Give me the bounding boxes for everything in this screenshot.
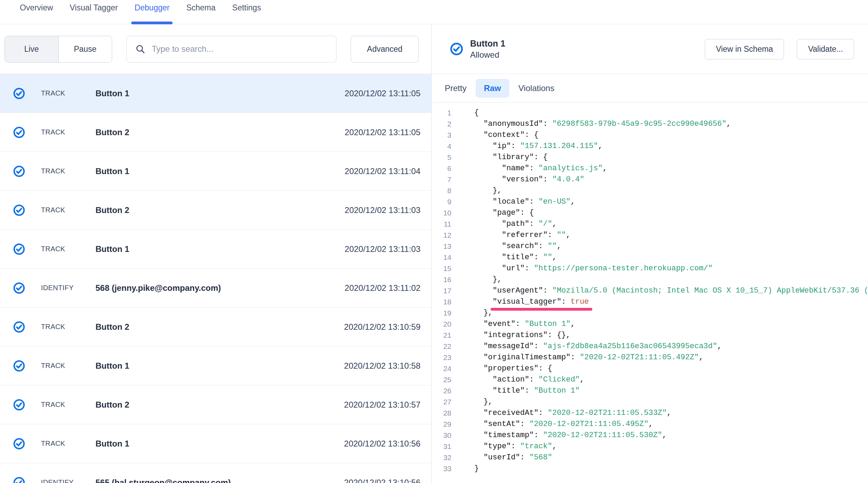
line-number: 6 bbox=[432, 163, 451, 174]
check-circle-icon bbox=[13, 204, 25, 216]
line-number: 13 bbox=[432, 241, 451, 252]
line-content: "path": "/", bbox=[474, 219, 557, 230]
validate-button[interactable]: Validate... bbox=[797, 39, 854, 59]
nav-item-overview[interactable]: Overview bbox=[20, 0, 53, 24]
line-number: 18 bbox=[432, 296, 451, 308]
event-type: TRACK bbox=[41, 167, 95, 175]
detail-header-buttons: View in Schema Validate... bbox=[705, 39, 854, 59]
code-line: 18 "visual_tagger": true bbox=[432, 296, 868, 308]
event-type: TRACK bbox=[41, 89, 95, 97]
event-type: TRACK bbox=[41, 362, 95, 370]
nav-item-schema[interactable]: Schema bbox=[186, 0, 215, 24]
event-name: Button 1 bbox=[95, 439, 344, 449]
check-circle-icon bbox=[13, 399, 25, 411]
main: Live Pause Advanced TRACK Button 1 2020/… bbox=[0, 24, 868, 483]
event-name: Button 2 bbox=[95, 322, 344, 332]
event-type: TRACK bbox=[41, 128, 95, 136]
line-content: "sentAt": "2020-12-02T21:11:05.495Z", bbox=[474, 419, 653, 430]
line-number: 1 bbox=[432, 107, 451, 118]
highlighted-code: "visual_tagger": true bbox=[493, 296, 589, 308]
event-row[interactable]: TRACK Button 1 2020/12/02 13:11:03 bbox=[0, 230, 431, 269]
line-content: "page": { bbox=[474, 207, 534, 219]
detail-titles: Button 1 Allowed bbox=[470, 38, 505, 60]
event-name: 568 (jenny.pike@company.com) bbox=[95, 283, 345, 293]
nav-item-settings[interactable]: Settings bbox=[232, 0, 261, 24]
line-number: 21 bbox=[432, 330, 451, 341]
code-line: 33 } bbox=[432, 463, 868, 474]
check-circle-icon bbox=[13, 282, 25, 294]
line-number: 11 bbox=[432, 219, 451, 230]
line-number: 16 bbox=[432, 274, 451, 285]
code-line: 32 "userId": "568" bbox=[432, 452, 868, 463]
nav-item-visual-tagger[interactable]: Visual Tagger bbox=[70, 0, 118, 24]
check-circle-icon bbox=[13, 437, 25, 450]
line-content: "context": { bbox=[474, 130, 539, 141]
check-circle-icon bbox=[13, 165, 25, 178]
line-number: 15 bbox=[432, 263, 451, 274]
code-line: 22 "messageId": "ajs-f2db8ea4a25b116e3ac… bbox=[432, 341, 868, 352]
line-number: 30 bbox=[432, 430, 451, 441]
event-row[interactable]: TRACK Button 2 2020/12/02 13:10:59 bbox=[0, 308, 431, 346]
nav-item-label: Schema bbox=[186, 3, 215, 13]
check-circle-icon bbox=[13, 126, 25, 139]
code-line: 27 }, bbox=[432, 396, 868, 408]
line-number: 23 bbox=[432, 352, 451, 363]
check-circle-icon bbox=[450, 42, 464, 56]
tab-pretty[interactable]: Pretty bbox=[436, 79, 475, 98]
nav-item-debugger[interactable]: Debugger bbox=[134, 0, 169, 24]
line-content: "title": "Button 1" bbox=[474, 385, 580, 396]
event-name: Button 2 bbox=[95, 400, 344, 410]
event-row[interactable]: TRACK Button 1 2020/12/02 13:10:56 bbox=[0, 424, 431, 463]
event-detail-panel: Button 1 Allowed View in Schema Validate… bbox=[432, 24, 868, 483]
detail-status: Allowed bbox=[470, 49, 505, 60]
line-content: }, bbox=[474, 308, 493, 319]
line-number: 31 bbox=[432, 441, 451, 452]
live-button[interactable]: Live bbox=[5, 36, 58, 62]
event-timestamp: 2020/12/02 13:10:57 bbox=[344, 400, 420, 410]
code-line: 3 "context": { bbox=[432, 130, 868, 141]
line-content: "name": "analytics.js", bbox=[474, 163, 607, 174]
line-number: 7 bbox=[432, 174, 451, 185]
event-type: TRACK bbox=[41, 401, 95, 409]
code-line: 25 "action": "Clicked", bbox=[432, 374, 868, 385]
event-timestamp: 2020/12/02 13:11:02 bbox=[345, 283, 420, 293]
event-timestamp: 2020/12/02 13:11:03 bbox=[345, 205, 420, 215]
event-type: TRACK bbox=[41, 245, 95, 253]
event-timestamp: 2020/12/02 13:11:04 bbox=[345, 166, 420, 176]
event-row[interactable]: TRACK Button 1 2020/12/02 13:11:05 bbox=[0, 74, 431, 113]
code-line: 24 "properties": { bbox=[432, 363, 868, 374]
detail-tabs: PrettyRawViolations bbox=[432, 74, 868, 103]
tab-raw[interactable]: Raw bbox=[476, 79, 509, 98]
code-line: 1 { bbox=[432, 107, 868, 118]
code-line: 20 "event": "Button 1", bbox=[432, 319, 868, 330]
event-row[interactable]: TRACK Button 1 2020/12/02 13:10:58 bbox=[0, 346, 431, 385]
tab-violations[interactable]: Violations bbox=[510, 79, 563, 98]
code-line: 30 "timestamp": "2020-12-02T21:11:05.530… bbox=[432, 430, 868, 441]
detail-event-title: Button 1 bbox=[470, 38, 505, 49]
view-in-schema-button[interactable]: View in Schema bbox=[705, 39, 784, 59]
line-content: } bbox=[474, 463, 479, 474]
search-input[interactable] bbox=[152, 44, 328, 54]
event-name: 565 (hal.sturgeon@company.com) bbox=[95, 478, 344, 483]
event-row[interactable]: IDENTIFY 568 (jenny.pike@company.com) 20… bbox=[0, 269, 431, 308]
code-line: 8 }, bbox=[432, 185, 868, 196]
advanced-button[interactable]: Advanced bbox=[351, 36, 419, 63]
code-line: 11 "path": "/", bbox=[432, 219, 868, 230]
code-line: 31 "type": "track", bbox=[432, 441, 868, 452]
code-line: 21 "integrations": {}, bbox=[432, 330, 868, 341]
line-number: 19 bbox=[432, 308, 451, 319]
line-number: 28 bbox=[432, 408, 451, 419]
event-row[interactable]: IDENTIFY 565 (hal.sturgeon@company.com) … bbox=[0, 463, 431, 483]
pause-button[interactable]: Pause bbox=[58, 36, 112, 62]
detail-header: Button 1 Allowed View in Schema Validate… bbox=[432, 24, 868, 74]
event-row[interactable]: TRACK Button 2 2020/12/02 13:11:05 bbox=[0, 113, 431, 152]
event-row[interactable]: TRACK Button 1 2020/12/02 13:11:04 bbox=[0, 152, 431, 191]
line-number: 3 bbox=[432, 130, 451, 141]
line-content: "timestamp": "2020-12-02T21:11:05.530Z", bbox=[474, 430, 667, 441]
event-row[interactable]: TRACK Button 2 2020/12/02 13:10:57 bbox=[0, 385, 431, 424]
event-type: TRACK bbox=[41, 323, 95, 331]
check-circle-icon bbox=[13, 87, 25, 100]
line-content: "title": "", bbox=[474, 252, 557, 263]
code-line: 29 "sentAt": "2020-12-02T21:11:05.495Z", bbox=[432, 419, 868, 430]
event-row[interactable]: TRACK Button 2 2020/12/02 13:11:03 bbox=[0, 191, 431, 230]
